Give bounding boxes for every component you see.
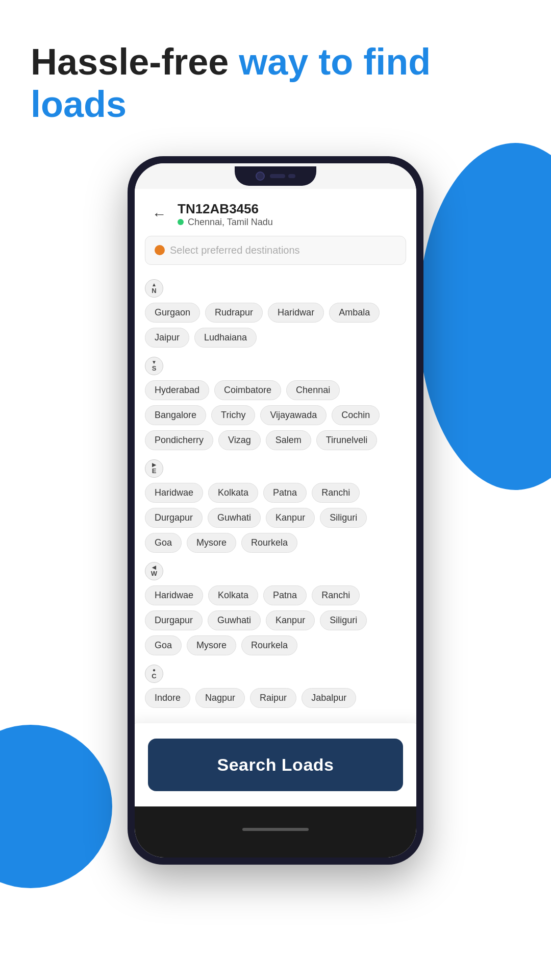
chip-kolkata[interactable]: Kolkata [208,483,258,503]
phone-notch [235,166,316,186]
back-button[interactable]: ← [149,204,169,225]
notch-camera [256,172,265,181]
chip-patna[interactable]: Patna [263,585,307,605]
chip-rourkela[interactable]: Rourkela [241,533,297,553]
direction-header-center: ●C [145,665,406,683]
notch-sensor-1 [270,174,285,178]
phone-bottom-bar [135,806,416,857]
chip-mysore[interactable]: Mysore [187,533,236,553]
chip-durgapur[interactable]: Durgapur [145,610,203,630]
chip-haridwae[interactable]: Haridwae [145,585,203,605]
destination-search-input[interactable]: Select preferred destinations [145,236,406,265]
chip-goa[interactable]: Goa [145,533,182,553]
location-active-dot [178,219,184,225]
vehicle-info: TN12AB3456 Chennai, Tamil Nadu [178,201,273,228]
chip-tirunelveli[interactable]: Tirunelveli [316,430,377,450]
chip-vijayawada[interactable]: Vijayawada [260,405,327,425]
app-header: ← TN12AB3456 Chennai, Tamil Nadu [135,189,416,236]
phone-inner: ← TN12AB3456 Chennai, Tamil Nadu Select … [135,163,416,857]
direction-badge-west: ◀W [145,562,163,580]
search-placeholder-text: Select preferred destinations [170,244,300,256]
home-indicator [242,828,309,831]
chip-ranchi[interactable]: Ranchi [312,483,360,503]
phone-content: ← TN12AB3456 Chennai, Tamil Nadu Select … [135,189,416,723]
direction-header-east: ▶E [145,459,406,478]
chip-goa[interactable]: Goa [145,635,182,655]
search-loads-btn-wrapper: Search Loads [148,739,403,791]
hero-section: Hassle-free way to find loads [0,0,551,126]
search-loads-card: Search Loads [135,723,416,806]
notch-sensors [270,174,295,178]
phone-frame: ← TN12AB3456 Chennai, Tamil Nadu Select … [128,156,423,865]
chip-indore[interactable]: Indore [145,688,190,708]
chip-ambala[interactable]: Ambala [329,303,380,323]
direction-section-east: ▶EHaridwaeKolkataPatnaRanchiDurgapurGuwh… [135,455,416,558]
phone-mockup-wrapper: ← TN12AB3456 Chennai, Tamil Nadu Select … [0,156,551,865]
chip-pondicherry[interactable]: Pondicherry [145,430,213,450]
chips-row-east: HaridwaeKolkataPatnaRanchiDurgapurGuwhat… [145,483,406,553]
chip-mysore[interactable]: Mysore [187,635,236,655]
chip-trichy[interactable]: Trichy [211,405,255,425]
chip-raipur[interactable]: Raipur [250,688,296,708]
vehicle-id: TN12AB3456 [178,201,273,217]
chip-jaipur[interactable]: Jaipur [145,328,189,348]
chip-kolkata[interactable]: Kolkata [208,585,258,605]
chip-nagpur[interactable]: Nagpur [195,688,245,708]
direction-badge-north: ▲N [145,279,163,298]
chips-row-center: IndoreNagpurRaipurJabalpur [145,688,406,708]
chips-row-west: HaridwaeKolkataPatnaRanchiDurgapurGuwhat… [145,585,406,655]
chip-patna[interactable]: Patna [263,483,307,503]
direction-header-west: ◀W [145,562,406,580]
direction-section-north: ▲NGurgaonRudrapurHaridwarAmbalaJaipurLud… [135,275,416,353]
hero-title-plain: Hassle-free [31,41,239,82]
hero-title: Hassle-free way to find loads [31,41,520,126]
chip-rudrapur[interactable]: Rudrapur [205,303,263,323]
directions-container: ▲NGurgaonRudrapurHaridwarAmbalaJaipurLud… [135,275,416,713]
pin-icon [155,245,165,255]
chip-bangalore[interactable]: Bangalore [145,405,206,425]
direction-badge-south: ▼S [145,357,163,375]
chip-kanpur[interactable]: Kanpur [266,508,315,528]
chip-haridwae[interactable]: Haridwae [145,483,203,503]
direction-header-south: ▼S [145,357,406,375]
chip-hyderabad[interactable]: Hyderabad [145,380,209,400]
chips-row-north: GurgaonRudrapurHaridwarAmbalaJaipurLudha… [145,303,406,348]
chip-haridwar[interactable]: Haridwar [268,303,324,323]
direction-header-north: ▲N [145,279,406,298]
vehicle-location: Chennai, Tamil Nadu [178,217,273,228]
chip-cochin[interactable]: Cochin [332,405,380,425]
chip-ludhaiana[interactable]: Ludhaiana [194,328,257,348]
chip-salem[interactable]: Salem [266,430,311,450]
search-loads-button[interactable]: Search Loads [148,739,403,791]
chip-guwhati[interactable]: Guwhati [208,610,261,630]
chip-siliguri[interactable]: Siliguri [320,610,367,630]
direction-section-center: ●CIndoreNagpurRaipurJabalpur [135,660,416,713]
direction-section-west: ◀WHaridwaeKolkataPatnaRanchiDurgapurGuwh… [135,558,416,660]
phone-notch-bar [135,163,416,189]
chip-coimbatore[interactable]: Coimbatore [214,380,281,400]
chip-durgapur[interactable]: Durgapur [145,508,203,528]
chip-vizag[interactable]: Vizag [218,430,261,450]
chip-gurgaon[interactable]: Gurgaon [145,303,200,323]
chip-jabalpur[interactable]: Jabalpur [302,688,356,708]
chip-siliguri[interactable]: Siliguri [320,508,367,528]
back-arrow-icon: ← [152,206,166,223]
notch-sensor-2 [288,174,295,178]
chip-ranchi[interactable]: Ranchi [312,585,360,605]
location-text: Chennai, Tamil Nadu [188,217,273,228]
direction-badge-east: ▶E [145,459,163,478]
chip-chennai[interactable]: Chennai [286,380,340,400]
direction-badge-center: ●C [145,665,163,683]
direction-section-south: ▼SHyderabadCoimbatoreChennaiBangaloreTri… [135,353,416,455]
chips-row-south: HyderabadCoimbatoreChennaiBangaloreTrich… [145,380,406,450]
chip-kanpur[interactable]: Kanpur [266,610,315,630]
chip-guwhati[interactable]: Guwhati [208,508,261,528]
chip-rourkela[interactable]: Rourkela [241,635,297,655]
